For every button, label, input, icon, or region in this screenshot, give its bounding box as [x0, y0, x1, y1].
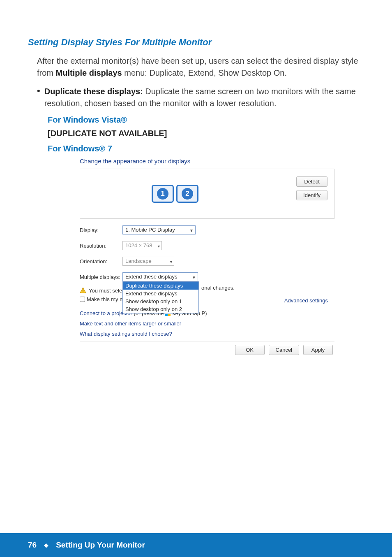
advanced-settings-link[interactable]: Advanced settings [284, 297, 328, 304]
win7-display-settings-screenshot: Change the appearance of your displays 1… [80, 158, 334, 355]
dropdown-option-show1[interactable]: Show desktop only on 1 [123, 297, 198, 305]
intro-paragraph: After the external monitor(s) have been … [37, 55, 364, 79]
chevron-down-icon: ▾ [170, 259, 172, 265]
chevron-down-icon: ▼ [189, 227, 194, 234]
chevron-down-icon: ▼ [192, 274, 196, 281]
detect-button[interactable]: Detect [296, 176, 327, 187]
section-title: Setting Display Styles For Multiple Moni… [28, 37, 364, 48]
resolution-select-value: 1024 × 768 [125, 242, 152, 248]
page-footer: 76 ◆ Setting Up Your Monitor [0, 533, 392, 557]
display-select-value: 1. Mobile PC Display [125, 227, 175, 233]
display-arrangement-panel: 1 2 Detect Identify [80, 169, 334, 219]
monitor-1[interactable]: 1 [152, 185, 174, 203]
resolution-select[interactable]: 1024 × 768 ▾ [122, 241, 162, 250]
vista-note: [DUPLICATE NOT AVAILABLE] [48, 129, 364, 138]
intro-bold: Multiple displays [56, 68, 122, 77]
label-resolution: Resolution: [80, 243, 122, 249]
dropdown-option-extend[interactable]: Extend these displays [123, 290, 198, 297]
orientation-select-value: Landscape [125, 258, 152, 264]
main-display-label: Make this my ma [87, 296, 127, 302]
dropdown-option-show2[interactable]: Show desktop only on 2 [123, 305, 198, 313]
label-orientation: Orientation: [80, 258, 122, 265]
bullet-marker: • [37, 86, 40, 109]
display-select[interactable]: 1. Mobile PC Display ▼ [122, 225, 196, 234]
svg-rect-1 [83, 289, 83, 291]
identify-button[interactable]: Identify [296, 190, 327, 200]
multiple-displays-dropdown: Duplicate these displays Extend these di… [122, 281, 199, 313]
monitor-2[interactable]: 2 [176, 185, 198, 203]
orientation-select[interactable]: Landscape ▾ [122, 257, 174, 266]
projector-line: Connect to a projector (or press the key… [80, 310, 334, 316]
multiple-displays-value: Extend these displays [125, 274, 177, 280]
warning-icon [80, 287, 86, 294]
page-number: 76 [28, 541, 37, 550]
label-multiple-displays: Multiple displays: [80, 274, 122, 280]
warn-text-left: You must select [89, 288, 126, 294]
bullet-bold: Duplicate these displays: [44, 87, 143, 96]
ok-button[interactable]: OK [235, 345, 265, 355]
footer-title: Setting Up Your Monitor [56, 541, 145, 550]
separator [80, 341, 334, 341]
text-size-link[interactable]: Make text and other items larger or smal… [80, 320, 334, 327]
chevron-down-icon: ▾ [158, 243, 160, 250]
main-display-checkbox[interactable] [80, 297, 85, 302]
multiple-displays-select[interactable]: Extend these displays ▼ [122, 272, 198, 281]
which-settings-link[interactable]: What display settings should I choose? [80, 331, 334, 337]
footer-diamond-icon: ◆ [44, 542, 48, 548]
heading-win7: For Windows® 7 [48, 144, 364, 153]
label-display: Display: [80, 227, 122, 233]
apply-button[interactable]: Apply [303, 345, 333, 355]
dialog-title: Change the appearance of your displays [80, 158, 334, 165]
intro-after: menu: Duplicate, Extend, Show Desktop On… [122, 68, 287, 77]
svg-rect-2 [83, 292, 83, 292]
cancel-button[interactable]: Cancel [269, 345, 299, 355]
monitor-2-number: 2 [182, 188, 193, 200]
monitor-1-number: 1 [157, 188, 168, 200]
bullet-duplicate-displays: • Duplicate these displays: Duplicate th… [37, 86, 364, 109]
warn-text-right: onal changes. [201, 285, 235, 291]
heading-vista: For Windows Vista® [48, 115, 364, 125]
dropdown-option-duplicate[interactable]: Duplicate these displays [123, 282, 198, 290]
